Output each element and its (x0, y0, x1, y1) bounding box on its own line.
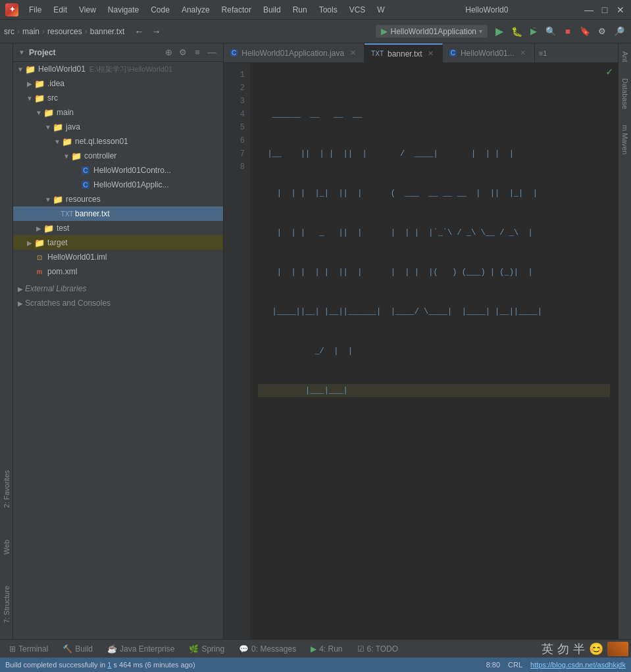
bottom-widget-1[interactable]: 英 (542, 641, 553, 657)
breadcrumb: src › main › resources › banner.txt (4, 27, 124, 36)
main-content: 2: Favorites Web 7: Structure ▼ Project … (0, 43, 631, 639)
sidebar-label-structure[interactable]: 7: Structure (1, 583, 12, 626)
bottom-avatar (607, 642, 628, 656)
encoding-label: CRL (508, 661, 522, 669)
breadcrumb-file[interactable]: banner.txt (90, 27, 125, 36)
csdn-link[interactable]: https://blog.csdn.net/asdhkjdk (530, 661, 626, 669)
back-button[interactable]: ← (131, 24, 147, 39)
run-coverage-button[interactable]: ▶̈ (526, 24, 542, 39)
menu-refactor[interactable]: Refactor (216, 4, 257, 16)
tree-item-controller-class[interactable]: ▶ C HelloWorld01Contro... (13, 163, 223, 178)
menu-vcs[interactable]: VCS (344, 4, 371, 16)
menu-analyze[interactable]: Analyze (176, 4, 215, 16)
menu-w[interactable]: W (372, 4, 390, 16)
bottom-widget-3[interactable]: 半 (573, 641, 585, 657)
editor-wrapper: 1 2 3 4 5 6 7 8 ✓ ______ __ __ __ |__ ||… (224, 63, 618, 639)
menu-code[interactable]: Code (145, 4, 175, 16)
tree-item-package[interactable]: ▼ 📁 net.ql.lesson01 (13, 134, 223, 149)
menu-view[interactable]: View (74, 4, 101, 16)
menu-tools[interactable]: Tools (314, 4, 343, 16)
window-title: HelloWorld0 (390, 5, 584, 14)
search-button[interactable]: 🔎 (611, 24, 627, 39)
project-gear-icon[interactable]: ⚙ (177, 47, 189, 59)
tree-item-banner[interactable]: ▶ TXT banner.txt (13, 206, 223, 221)
stop-button[interactable]: ■ (560, 24, 576, 39)
tree-item-scratches[interactable]: ▶ Scratches and Consoles (13, 296, 223, 310)
tree-item-controller[interactable]: ▼ 📁 controller (13, 149, 223, 163)
run-config-selector[interactable]: ▶ HelloWorld01Application ▾ (376, 25, 488, 37)
tab-banner-txt[interactable]: TXT banner.txt ✕ (365, 43, 443, 62)
tab-application-java[interactable]: C HelloWorld01Application.java ✕ (224, 43, 365, 62)
menu-bar: File Edit View Navigate Code Analyze Ref… (24, 4, 390, 16)
menu-navigate[interactable]: Navigate (103, 4, 144, 16)
bottom-tabs: ⊞ Terminal 🔨 Build ☕ Java Enterprise 🌿 S… (0, 639, 631, 658)
tree-item-main[interactable]: ▼ 📁 main (13, 105, 223, 120)
tree-item-src[interactable]: ▼ 📁 src (13, 91, 223, 105)
forward-button[interactable]: → (148, 24, 164, 39)
tree-item-application-class[interactable]: ▶ C HelloWorld01Applic... (13, 178, 223, 192)
code-line-3: | | | |_| || | ( ___ __ __ __ | || |_| | (258, 187, 610, 200)
project-minimize-icon[interactable]: — (206, 47, 218, 59)
tab-todo[interactable]: ☑ 6: TODO (351, 642, 405, 656)
breadcrumb-resources[interactable]: resources (47, 27, 82, 36)
right-label-ant[interactable]: Ant (620, 46, 630, 68)
tab-count[interactable]: ≡1 (535, 43, 551, 62)
menu-edit[interactable]: Edit (48, 4, 72, 16)
tab-helloworld[interactable]: C HelloWorld01... ✕ (443, 43, 535, 62)
tree-item-idea[interactable]: ▶ 📁 .idea (13, 76, 223, 91)
tab-messages[interactable]: 💬 0: Messages (232, 642, 303, 656)
status-link[interactable]: 1 (107, 661, 111, 669)
tree-item-iml[interactable]: ▶ ⊡ HelloWorld01.iml (13, 250, 223, 264)
menu-run[interactable]: Run (288, 4, 313, 16)
tree-item-resources[interactable]: ▼ 📁 resources (13, 192, 223, 206)
line-numbers: 1 2 3 4 5 6 7 8 (224, 63, 250, 639)
project-title[interactable]: Project (29, 48, 56, 57)
line-num-4: 4 (224, 108, 245, 121)
line-num-2: 2 (224, 82, 245, 95)
tree-item-external-libraries[interactable]: ▶ External Libraries (13, 281, 223, 296)
tab-banner-close[interactable]: ✕ (426, 49, 436, 59)
status-message: Build completed successfully in 1 s 464 … (5, 661, 481, 669)
cursor-position: 8:80 (486, 661, 500, 669)
window-controls: — □ ✕ (584, 5, 626, 15)
tab-spring[interactable]: 🌿 Spring (182, 642, 231, 656)
close-button[interactable]: ✕ (615, 5, 626, 15)
run-button[interactable]: ▶ (492, 24, 507, 39)
breadcrumb-main[interactable]: main (22, 27, 39, 36)
code-line-8: |___|___| (258, 384, 610, 397)
code-editor[interactable]: ✓ ______ __ __ __ |__ || | | || | / ____… (250, 63, 618, 639)
bookmark-button[interactable]: 🔖 (577, 24, 593, 39)
right-label-maven[interactable]: m Maven (620, 120, 630, 160)
right-sidebar: Ant Database m Maven (618, 43, 631, 639)
java-enterprise-icon: ☕ (107, 644, 117, 654)
profile-button[interactable]: 🔍 (543, 24, 559, 39)
tab-build[interactable]: 🔨 Build (56, 642, 99, 656)
tree-item-test[interactable]: ▶ 📁 test (13, 221, 223, 235)
line-num-1: 1 (224, 68, 245, 82)
right-label-database[interactable]: Database (620, 73, 630, 114)
tab-run[interactable]: ▶ 4: Run (304, 642, 349, 656)
sidebar-label-web[interactable]: Web (1, 537, 12, 557)
line-num-3: 3 (224, 95, 245, 108)
maximize-button[interactable]: □ (599, 5, 610, 15)
project-settings-icon[interactable]: ≡ (191, 47, 203, 59)
menu-file[interactable]: File (24, 4, 47, 16)
tree-item-target[interactable]: ▶ 📁 target (13, 235, 223, 250)
tree-root[interactable]: ▼ 📁 HelloWorld01 E:\框架学习\HelloWorld01 (13, 62, 223, 76)
build-icon: 🔨 (63, 644, 72, 654)
tab-terminal[interactable]: ⊞ Terminal (3, 642, 55, 656)
settings-button[interactable]: ⚙ (594, 24, 610, 39)
bottom-widget-4[interactable]: 😊 (589, 642, 603, 656)
minimize-button[interactable]: — (584, 5, 594, 15)
debug-button[interactable]: 🐛 (509, 24, 524, 39)
tab-helloworld-close[interactable]: ✕ (518, 49, 528, 58)
breadcrumb-src[interactable]: src (4, 27, 14, 36)
project-add-icon[interactable]: ⊕ (163, 47, 174, 59)
tab-java-enterprise[interactable]: ☕ Java Enterprise (101, 642, 181, 656)
tab-application-close[interactable]: ✕ (348, 49, 357, 58)
tree-item-pom[interactable]: ▶ m pom.xml (13, 264, 223, 279)
tree-item-java[interactable]: ▼ 📁 java (13, 120, 223, 134)
menu-build[interactable]: Build (258, 4, 286, 16)
bottom-widget-2[interactable]: 勿 (557, 641, 569, 657)
sidebar-label-favorites[interactable]: 2: Favorites (1, 468, 12, 510)
